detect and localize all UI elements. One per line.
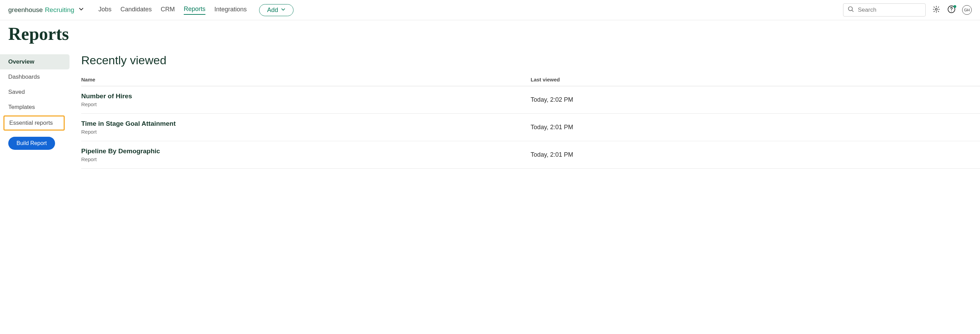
avatar-initials: GH	[964, 8, 970, 12]
add-button-label: Add	[267, 6, 278, 14]
search-box[interactable]	[843, 3, 926, 16]
nav-integrations[interactable]: Integrations	[215, 6, 247, 14]
chevron-down-icon	[281, 6, 286, 14]
nav-links: Jobs Candidates CRM Reports Integrations	[99, 5, 247, 15]
add-button[interactable]: Add	[259, 4, 294, 16]
build-report-label: Build Report	[16, 140, 47, 146]
sidebar-item-label: Saved	[8, 89, 25, 95]
last-viewed-value: Today, 2:02 PM	[531, 96, 980, 103]
report-title: Number of Hires	[81, 92, 531, 100]
logo-text-greenhouse: greenhouse	[8, 6, 43, 14]
help-button[interactable]	[947, 5, 956, 14]
sidebar-item-essential-reports[interactable]: Essential reports	[3, 116, 65, 131]
sidebar-item-dashboards[interactable]: Dashboards	[0, 70, 70, 84]
search-icon	[848, 6, 854, 14]
user-avatar[interactable]: GH	[962, 5, 972, 15]
nav-candidates[interactable]: Candidates	[121, 6, 152, 14]
column-name: Name	[81, 77, 531, 82]
row-name-cell: Pipeline By Demographic Report	[81, 147, 531, 162]
report-title: Time in Stage Goal Attainment	[81, 120, 531, 128]
row-name-cell: Time in Stage Goal Attainment Report	[81, 120, 531, 135]
svg-point-3	[951, 11, 952, 11]
logo[interactable]: greenhouse Recruiting	[8, 5, 84, 15]
row-name-cell: Number of Hires Report	[81, 92, 531, 107]
content: Overview Dashboards Saved Templates Esse…	[0, 54, 980, 169]
notification-dot-icon	[953, 5, 956, 8]
table-header: Name Last viewed	[81, 77, 980, 86]
report-subtitle: Report	[81, 101, 531, 107]
main-content: Recently viewed Name Last viewed Number …	[70, 54, 980, 169]
sidebar-item-saved[interactable]: Saved	[0, 84, 70, 100]
table-row[interactable]: Time in Stage Goal Attainment Report Tod…	[81, 114, 980, 141]
report-subtitle: Report	[81, 129, 531, 135]
top-nav-left: greenhouse Recruiting Jobs Candidates CR…	[8, 4, 294, 16]
report-title: Pipeline By Demographic	[81, 147, 531, 155]
report-subtitle: Report	[81, 156, 531, 162]
nav-crm[interactable]: CRM	[161, 6, 175, 14]
table-row[interactable]: Number of Hires Report Today, 2:02 PM	[81, 86, 980, 114]
sidebar-item-overview[interactable]: Overview	[0, 54, 70, 70]
build-report-button[interactable]: Build Report	[8, 137, 55, 150]
svg-point-1	[935, 8, 937, 10]
nav-reports[interactable]: Reports	[184, 5, 205, 15]
top-nav: greenhouse Recruiting Jobs Candidates CR…	[0, 0, 980, 20]
last-viewed-value: Today, 2:01 PM	[531, 151, 980, 158]
search-input[interactable]	[858, 6, 931, 13]
chevron-down-icon[interactable]	[78, 5, 84, 15]
sidebar-item-templates[interactable]: Templates	[0, 100, 70, 115]
page-title: Reports	[0, 20, 980, 54]
top-nav-right: GH	[843, 3, 972, 16]
section-title: Recently viewed	[81, 54, 980, 67]
gear-icon	[932, 5, 940, 14]
table-row[interactable]: Pipeline By Demographic Report Today, 2:…	[81, 141, 980, 169]
logo-text-recruiting: Recruiting	[45, 6, 74, 14]
sidebar: Overview Dashboards Saved Templates Esse…	[0, 54, 70, 169]
recently-viewed-table: Name Last viewed Number of Hires Report …	[81, 77, 980, 169]
column-last-viewed: Last viewed	[531, 77, 980, 82]
nav-jobs[interactable]: Jobs	[99, 6, 111, 14]
sidebar-item-label: Essential reports	[9, 120, 53, 126]
settings-button[interactable]	[932, 5, 941, 14]
sidebar-item-label: Dashboards	[8, 74, 40, 80]
sidebar-item-label: Templates	[8, 104, 35, 110]
sidebar-item-label: Overview	[8, 59, 34, 65]
last-viewed-value: Today, 2:01 PM	[531, 124, 980, 131]
